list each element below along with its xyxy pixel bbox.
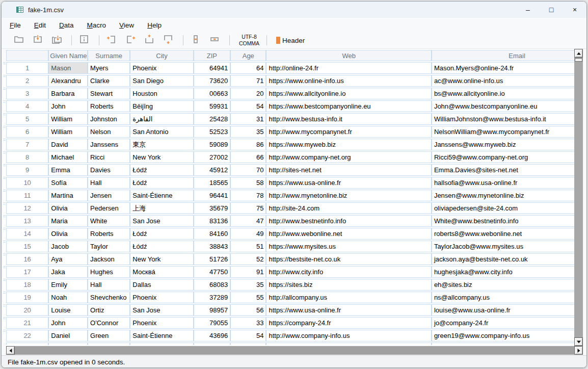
cell-email[interactable]: bs@www.allcityonline.io: [432, 88, 575, 99]
insert-row-above-button[interactable]: [143, 34, 155, 46]
menu-edit[interactable]: Edit: [29, 20, 51, 31]
cell-surname[interactable]: Jensen: [88, 190, 130, 201]
cell-web[interactable]: https://www.online-info.us: [266, 75, 431, 87]
cell-city[interactable]: Běijīng: [130, 100, 193, 112]
row-number-cell[interactable]: 20: [6, 304, 48, 316]
cell-email[interactable]: eh@sites.biz: [432, 279, 575, 291]
cell-surname[interactable]: Stewart: [88, 88, 130, 99]
cell-city[interactable]: Saint-Étienne: [130, 190, 193, 201]
cell-age[interactable]: 49: [230, 228, 266, 240]
cell-surname[interactable]: Taylor: [88, 241, 130, 252]
cell-zip[interactable]: 27002: [194, 151, 230, 163]
cell-given_name[interactable]: Olivia: [48, 228, 88, 240]
cell-age[interactable]: 91: [230, 266, 266, 278]
cell-zip[interactable]: 52523: [194, 126, 230, 138]
cell-surname[interactable]: Jackson: [88, 253, 130, 265]
cell-given_name[interactable]: John: [48, 100, 88, 112]
cell-city[interactable]: Houston: [130, 88, 193, 99]
cell-email[interactable]: louise@www.usa-online.fr: [432, 304, 575, 316]
row-number-cell[interactable]: 5: [6, 113, 48, 125]
cell-age[interactable]: 47: [230, 215, 266, 227]
cell-city[interactable]: Москвá: [130, 266, 193, 278]
column-header-rownum[interactable]: [6, 50, 48, 61]
cell-web[interactable]: http://online-24.fr: [266, 62, 431, 74]
cell-city[interactable]: Łódź: [130, 241, 193, 252]
cell-age[interactable]: 64: [230, 62, 266, 74]
cell-email[interactable]: ac@www.online-info.us: [432, 75, 575, 87]
cell-city[interactable]: New York: [130, 253, 193, 265]
cell-surname[interactable]: Johnston: [88, 113, 130, 125]
cell-city[interactable]: San Jose: [130, 304, 193, 316]
cell-surname[interactable]: Hall: [88, 177, 130, 189]
close-button[interactable]: ×: [563, 2, 586, 18]
menu-view[interactable]: View: [114, 20, 139, 31]
cell-web[interactable]: https://www.mysites.us: [266, 241, 431, 252]
row-number-cell[interactable]: 12: [6, 202, 48, 214]
cell-web[interactable]: http://allcompany.us: [266, 292, 431, 303]
cell-given_name[interactable]: John: [48, 317, 88, 329]
column-header-zip[interactable]: ZIP: [194, 50, 230, 61]
cell-city[interactable]: New York: [130, 151, 193, 163]
row-number-cell[interactable]: 19: [6, 292, 48, 303]
menu-help[interactable]: Help: [142, 20, 167, 31]
cell-age[interactable]: 35: [230, 279, 266, 291]
cell-email[interactable]: hallsofia@www.usa-online.fr: [432, 177, 575, 189]
cell-email[interactable]: roberts8@www.webonline.net: [432, 228, 575, 240]
row-number-cell[interactable]: 3: [6, 88, 48, 99]
cell-age[interactable]: 56: [230, 304, 266, 316]
cell-web[interactable]: http://www.bestnetinfo.info: [266, 215, 431, 227]
row-number-cell[interactable]: 15: [6, 241, 48, 252]
cell-web[interactable]: http://www.mynetonline.biz: [266, 190, 431, 201]
cell-email[interactable]: jo@company-24.fr: [432, 317, 575, 329]
cell-web[interactable]: http://sites-net.net: [266, 164, 431, 176]
encoding-indicator[interactable]: UTF-8 COMMA: [236, 34, 262, 47]
cell-age[interactable]: 54: [230, 100, 266, 112]
cell-zip[interactable]: 45912: [194, 164, 230, 176]
cell-given_name[interactable]: Emma: [48, 164, 88, 176]
row-number-cell[interactable]: 7: [6, 139, 48, 150]
column-header-surname[interactable]: Surname: [88, 50, 130, 61]
cell-surname[interactable]: Pedersen: [88, 202, 130, 214]
cell-zip[interactable]: 18565: [194, 177, 230, 189]
row-number-cell[interactable]: 13: [6, 215, 48, 227]
cell-web[interactable]: https://www.allcityonline.io: [266, 88, 431, 99]
cell-zip[interactable]: 38843: [194, 241, 230, 252]
horizontal-scroll-thumb[interactable]: [15, 346, 574, 355]
cell-zip[interactable]: 43696: [194, 330, 230, 341]
cell-zip[interactable]: 79055: [194, 317, 230, 329]
menu-data[interactable]: Data: [54, 20, 79, 31]
menu-macro[interactable]: Macro: [82, 20, 112, 31]
cell-given_name[interactable]: Jacob: [48, 241, 88, 252]
cell-given_name[interactable]: Noah: [48, 292, 88, 303]
cell-age[interactable]: 66: [230, 151, 266, 163]
cell-given_name[interactable]: Maria: [48, 215, 88, 227]
cell-age[interactable]: 33: [230, 317, 266, 329]
cell-email[interactable]: hughesjaka@www.city.info: [432, 266, 575, 278]
insert-row-below-button[interactable]: [162, 34, 174, 46]
scroll-right-button[interactable]: [574, 346, 583, 355]
cell-surname[interactable]: Hughes: [88, 266, 130, 278]
cell-email[interactable]: NelsonWilliam@www.mycompanynet.fr: [432, 126, 575, 138]
cell-web[interactable]: https://www.myweb.biz: [266, 139, 431, 150]
cell-surname[interactable]: Roberts: [88, 228, 130, 240]
cell-surname[interactable]: Hall: [88, 279, 130, 291]
cell-web[interactable]: https://sites.biz: [266, 279, 431, 291]
cell-age[interactable]: 78: [230, 190, 266, 201]
cell-surname[interactable]: Green: [88, 330, 130, 341]
row-number-cell[interactable]: 17: [6, 266, 48, 278]
cell-age[interactable]: 75: [230, 202, 266, 214]
cell-city[interactable]: Phoenix: [130, 292, 193, 303]
cell-zip[interactable]: 96441: [194, 190, 230, 201]
cell-age[interactable]: 52: [230, 253, 266, 265]
cell-email[interactable]: Ricci59@www.company-net.org: [432, 151, 575, 163]
cell-zip[interactable]: 73620: [194, 75, 230, 87]
cell-web[interactable]: http://www.mycompanynet.fr: [266, 126, 431, 138]
open-file-button[interactable]: [13, 34, 25, 46]
column-header-web[interactable]: Web: [266, 50, 431, 61]
cell-age[interactable]: 55: [230, 292, 266, 303]
cell-web[interactable]: http://site-24.com: [266, 202, 431, 214]
delete-row-button[interactable]: [208, 34, 221, 46]
cell-zip[interactable]: 35679: [194, 202, 230, 214]
cell-given_name[interactable]: Jaka: [48, 266, 88, 278]
cell-zip[interactable]: 59089: [194, 139, 230, 150]
